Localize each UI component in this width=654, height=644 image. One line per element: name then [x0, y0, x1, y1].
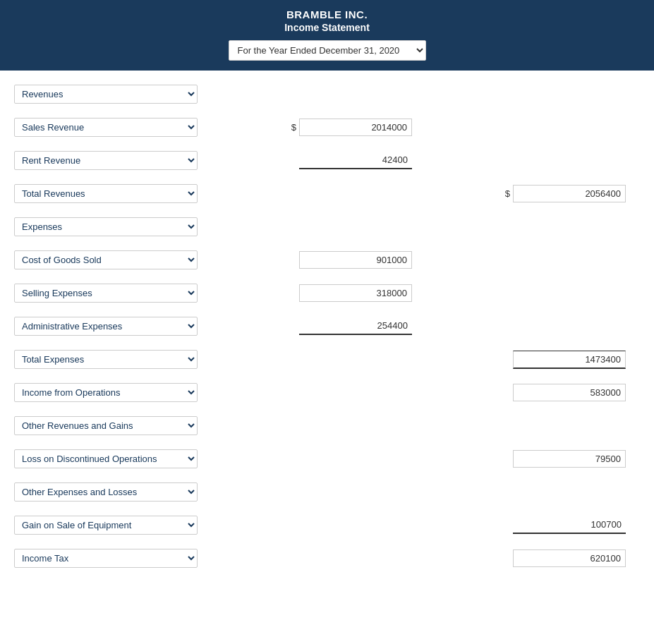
label-revenues[interactable]: Revenues — [14, 85, 275, 104]
total-expenses-select[interactable]: Total Expenses — [14, 350, 198, 369]
rent-revenue-select[interactable]: Rent Revenue — [14, 151, 198, 170]
label-other-expenses-losses[interactable]: Other Expenses and Losses — [14, 482, 275, 502]
expenses-select[interactable]: Expenses — [14, 217, 198, 236]
label-expenses[interactable]: Expenses — [14, 217, 275, 236]
sales-revenue-input[interactable] — [299, 119, 412, 136]
cost-of-goods-sold-input[interactable] — [299, 251, 412, 269]
row-loss-discontinued: Loss on Discontinued Operations — [14, 442, 640, 475]
loss-discontinued-input[interactable] — [513, 450, 626, 468]
cost-of-goods-sold-select[interactable]: Cost of Goods Sold — [14, 250, 198, 269]
loss-discontinued-select[interactable]: Loss on Discontinued Operations — [14, 449, 198, 468]
label-total-revenues[interactable]: Total Revenues — [14, 184, 275, 203]
statement-title: Income Statement — [7, 22, 647, 33]
label-cost-of-goods-sold[interactable]: Cost of Goods Sold — [14, 250, 275, 269]
dollar-sign-1: $ — [275, 122, 296, 133]
dollar-sign-2: $ — [489, 188, 510, 199]
rent-revenue-input[interactable] — [299, 152, 412, 169]
income-tax-input[interactable] — [513, 549, 626, 567]
total-revenues-input[interactable] — [513, 185, 626, 202]
label-total-expenses[interactable]: Total Expenses — [14, 350, 275, 369]
label-income-tax[interactable]: Income Tax — [14, 549, 275, 568]
row-admin-expenses: Administrative Expenses — [14, 310, 640, 343]
total-expenses-input[interactable] — [513, 351, 626, 369]
admin-expenses-input[interactable] — [299, 317, 412, 335]
row-total-revenues: Total Revenues $ — [14, 177, 640, 210]
row-expenses: Expenses — [14, 210, 640, 243]
row-rent-revenue: Rent Revenue — [14, 144, 640, 177]
label-income-from-operations[interactable]: Income from Operations — [14, 383, 275, 402]
income-statement-content: Revenues Sales Revenue $ Rent Revenue — [0, 71, 654, 582]
label-rent-revenue[interactable]: Rent Revenue — [14, 151, 275, 170]
header: BRAMBLE INC. Income Statement For the Ye… — [0, 0, 654, 71]
admin-expenses-col1[interactable] — [299, 317, 426, 335]
sales-revenue-col1[interactable] — [299, 119, 426, 136]
row-gain-sale-equipment: Gain on Sale of Equipment — [14, 509, 640, 542]
gain-sale-equipment-input[interactable] — [513, 516, 626, 534]
income-from-operations-input[interactable] — [513, 384, 626, 401]
revenues-select[interactable]: Revenues — [14, 85, 198, 104]
selling-expenses-col1[interactable] — [299, 284, 426, 302]
label-selling-expenses[interactable]: Selling Expenses — [14, 284, 275, 303]
total-revenues-select[interactable]: Total Revenues — [14, 184, 198, 203]
row-cost-of-goods-sold: Cost of Goods Sold — [14, 243, 640, 277]
period-select[interactable]: For the Year Ended December 31, 2020 — [229, 40, 426, 61]
row-other-revenues-gains: Other Revenues and Gains — [14, 409, 640, 442]
income-tax-select[interactable]: Income Tax — [14, 549, 198, 568]
row-income-from-operations: Income from Operations — [14, 376, 640, 409]
label-other-revenues-gains[interactable]: Other Revenues and Gains — [14, 416, 275, 435]
selling-expenses-select[interactable]: Selling Expenses — [14, 284, 198, 303]
row-sales-revenue: Sales Revenue $ — [14, 111, 640, 144]
income-tax-col2[interactable] — [513, 549, 640, 567]
row-income-tax: Income Tax — [14, 542, 640, 575]
company-name: BRAMBLE INC. — [7, 8, 647, 20]
row-selling-expenses: Selling Expenses — [14, 277, 640, 310]
label-admin-expenses[interactable]: Administrative Expenses — [14, 317, 275, 336]
row-revenues: Revenues — [14, 78, 640, 111]
label-sales-revenue[interactable]: Sales Revenue — [14, 118, 275, 137]
income-from-operations-col2[interactable] — [513, 384, 640, 401]
sales-revenue-select[interactable]: Sales Revenue — [14, 118, 198, 137]
gain-sale-equipment-select[interactable]: Gain on Sale of Equipment — [14, 516, 198, 535]
selling-expenses-input[interactable] — [299, 284, 412, 302]
total-expenses-col2[interactable] — [513, 351, 640, 369]
total-revenues-col2[interactable] — [513, 185, 640, 202]
label-gain-sale-equipment[interactable]: Gain on Sale of Equipment — [14, 516, 275, 535]
cost-of-goods-sold-col1[interactable] — [299, 251, 426, 269]
gain-sale-equipment-col2[interactable] — [513, 516, 640, 534]
row-total-expenses: Total Expenses — [14, 343, 640, 376]
other-revenues-gains-select[interactable]: Other Revenues and Gains — [14, 416, 198, 435]
income-from-operations-select[interactable]: Income from Operations — [14, 383, 198, 402]
admin-expenses-select[interactable]: Administrative Expenses — [14, 317, 198, 336]
row-other-expenses-losses: Other Expenses and Losses — [14, 475, 640, 509]
rent-revenue-col1[interactable] — [299, 152, 426, 169]
loss-discontinued-col2[interactable] — [513, 450, 640, 468]
other-expenses-losses-select[interactable]: Other Expenses and Losses — [14, 482, 198, 502]
label-loss-discontinued[interactable]: Loss on Discontinued Operations — [14, 449, 275, 468]
